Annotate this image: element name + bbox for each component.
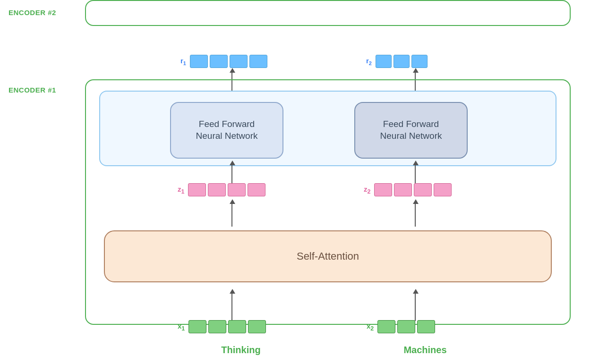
r1-cell-4 [249,55,267,68]
encoder1-label: ENCODER #1 [9,86,56,94]
ffnn-right-text: Feed ForwardNeural Network [380,119,442,142]
r2-cell-1 [376,55,392,68]
arrow-sa-to-z2 [415,203,416,227]
z1-cell-2 [208,183,226,196]
ffnn-left-box: Feed ForwardNeural Network [170,102,283,159]
x1-cell-2 [208,320,226,333]
z1-label: z1 [178,185,184,195]
z1-cell-4 [248,183,265,196]
arrow-sa-to-z1 [231,203,232,227]
r1-label: r1 [180,57,186,66]
r2-cell-3 [411,55,428,68]
ffnn-section [99,91,556,166]
z2-cell-2 [394,183,412,196]
vector-x1: x1 [178,320,266,333]
x2-cell-1 [377,320,395,333]
vector-z2: z2 [364,183,452,196]
encoder2-box [85,0,571,26]
ffnn-left-text: Feed ForwardNeural Network [196,119,258,142]
vector-r2: r2 [366,55,428,68]
vector-z1: z1 [178,183,265,196]
arrow-x1-to-sa [231,293,232,321]
self-attention-text: Self-Attention [297,250,359,262]
x2-cell-3 [417,320,435,333]
z1-cell-1 [188,183,206,196]
r2-label: r2 [366,57,372,66]
encoder2-label: ENCODER #2 [9,8,56,17]
z1-cell-3 [228,183,246,196]
r1-cell-1 [190,55,208,68]
self-attention-box: Self-Attention [104,230,552,282]
diagram-container: ENCODER #2 r1 r2 ENCODER #1 Feed Forward… [0,0,599,364]
r2-cell-2 [394,55,410,68]
r1-cell-2 [210,55,228,68]
x1-cell-3 [228,320,246,333]
ffnn-right-box: Feed ForwardNeural Network [354,102,468,159]
r1-cell-3 [230,55,248,68]
word-thinking-label: Thinking [203,345,279,356]
x1-cell-1 [188,320,206,333]
x2-cell-2 [397,320,415,333]
x2-label: x2 [367,322,374,332]
z2-label: z2 [364,185,370,195]
arrow-x2-to-sa [415,293,416,321]
x1-label: x1 [178,322,185,332]
z2-cell-3 [414,183,432,196]
x1-cell-4 [248,320,266,333]
z2-cell-1 [374,183,392,196]
word-machines-label: Machines [387,345,463,356]
vector-x2: x2 [367,320,435,333]
vector-r1: r1 [180,55,267,68]
z2-cell-4 [434,183,452,196]
